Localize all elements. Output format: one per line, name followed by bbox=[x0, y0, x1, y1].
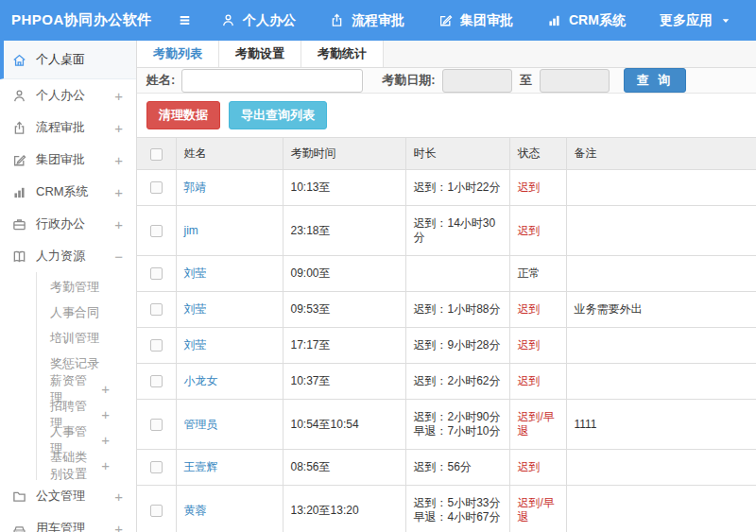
employee-name-link[interactable]: 郭靖 bbox=[184, 180, 207, 194]
sidebar-subitem-label: 奖惩记录 bbox=[50, 355, 99, 372]
status-text: 正常 bbox=[518, 266, 541, 280]
sidebar-subitem-label: 培训管理 bbox=[50, 330, 99, 347]
cell-name: 刘莹 bbox=[176, 292, 283, 328]
sidebar-item-label: 个人桌面 bbox=[36, 51, 85, 68]
cell-note bbox=[566, 486, 756, 532]
row-checkbox[interactable] bbox=[150, 505, 163, 517]
sidebar-item-crm-system[interactable]: CRM系统+ bbox=[0, 176, 136, 208]
sidebar-item-personal-office[interactable]: 个人办公+ bbox=[0, 79, 136, 112]
row-checkbox[interactable] bbox=[150, 181, 163, 194]
cell-name: 黄蓉 bbox=[176, 486, 283, 532]
cell-note bbox=[566, 256, 756, 292]
expand-icon[interactable]: + bbox=[114, 120, 123, 136]
sidebar-subitem-attendance-management[interactable]: 考勤管理 bbox=[37, 274, 136, 300]
cell-attendance-time: 09:53至 bbox=[283, 292, 405, 328]
expand-icon[interactable]: + bbox=[114, 216, 123, 232]
row-checkbox[interactable] bbox=[150, 461, 163, 473]
cell-note bbox=[566, 170, 756, 206]
select-all-checkbox[interactable] bbox=[150, 148, 163, 161]
sidebar-item-label: 用车管理 bbox=[36, 520, 85, 532]
expand-icon[interactable]: + bbox=[114, 489, 123, 505]
cell-checkbox bbox=[137, 364, 176, 400]
chart-icon bbox=[12, 185, 26, 199]
sidebar-item-label: 集团审批 bbox=[36, 151, 85, 168]
sidebar-item-workflow-approval[interactable]: 流程审批+ bbox=[0, 112, 136, 144]
cell-name: 王壹辉 bbox=[176, 450, 283, 486]
app-title: PHPOA协同办公软件 bbox=[0, 11, 163, 29]
employee-name-link[interactable]: 管理员 bbox=[184, 418, 218, 431]
row-checkbox[interactable] bbox=[150, 339, 163, 352]
expand-icon[interactable]: + bbox=[114, 152, 123, 168]
status-text: 迟到 bbox=[518, 374, 541, 387]
employee-name-link[interactable]: 小龙女 bbox=[184, 374, 218, 387]
cell-checkbox bbox=[137, 292, 176, 328]
expand-icon[interactable]: + bbox=[101, 406, 110, 422]
expand-icon[interactable]: − bbox=[114, 249, 123, 265]
sidebar-item-admin-office[interactable]: 行政办公+ bbox=[0, 208, 136, 240]
row-checkbox[interactable] bbox=[150, 267, 163, 280]
expand-icon[interactable]: + bbox=[101, 432, 110, 448]
employee-name-link[interactable]: jim bbox=[184, 224, 198, 237]
cell-duration: 迟到：2小时90分 早退：7小时10分 bbox=[405, 400, 509, 450]
expand-icon[interactable]: + bbox=[114, 521, 123, 532]
cell-attendance-time: 10:37至 bbox=[283, 364, 405, 400]
row-checkbox[interactable] bbox=[150, 225, 163, 237]
sidebar-toggle-button[interactable] bbox=[163, 12, 206, 28]
date-from-input[interactable] bbox=[442, 69, 512, 93]
employee-name-link[interactable]: 刘莹 bbox=[184, 302, 207, 316]
sidebar-subitem-training-management[interactable]: 培训管理 bbox=[37, 325, 136, 351]
cell-note: 1111 bbox=[566, 400, 756, 450]
query-button[interactable]: 查 询 bbox=[624, 68, 687, 93]
tab-attendance-settings[interactable]: 考勤设置 bbox=[219, 41, 301, 67]
cell-status: 迟到/早退 bbox=[509, 486, 566, 532]
nav-item-crm-system[interactable]: CRM系统 bbox=[547, 12, 626, 29]
clean-data-button[interactable]: 清理数据 bbox=[146, 101, 220, 129]
tab-attendance-list[interactable]: 考勤列表 bbox=[137, 41, 219, 67]
export-list-button[interactable]: 导出查询列表 bbox=[229, 101, 327, 129]
employee-name-link[interactable]: 黄蓉 bbox=[184, 504, 207, 517]
cell-name: 管理员 bbox=[176, 400, 283, 450]
expand-icon[interactable]: + bbox=[101, 381, 110, 397]
nav-item-label: 个人办公 bbox=[243, 12, 296, 29]
to-label: 至 bbox=[520, 72, 532, 89]
status-text: 迟到 bbox=[518, 180, 541, 194]
sidebar-item-vehicle-management[interactable]: 用车管理+ bbox=[0, 512, 136, 532]
sidebar-item-label: 流程审批 bbox=[36, 119, 85, 136]
status-text: 迟到/早退 bbox=[518, 496, 555, 523]
expand-icon[interactable]: + bbox=[114, 184, 123, 200]
nav-item-workflow-approval[interactable]: 流程审批 bbox=[330, 12, 404, 29]
cell-duration: 迟到：1小时88分 bbox=[405, 292, 509, 328]
sidebar-subitem-personnel-contract[interactable]: 人事合同 bbox=[37, 300, 136, 325]
expand-icon[interactable]: + bbox=[114, 88, 123, 104]
row-checkbox[interactable] bbox=[150, 419, 163, 431]
sidebar-subitem-basic-category-settings[interactable]: 基础类别设置+ bbox=[37, 453, 136, 478]
nav-item-more-apps[interactable]: 更多应用 bbox=[660, 12, 731, 29]
cell-status: 迟到 bbox=[509, 206, 566, 256]
employee-name-link[interactable]: 刘莹 bbox=[184, 338, 207, 352]
employee-name-link[interactable]: 刘莹 bbox=[184, 266, 207, 280]
expand-icon[interactable]: + bbox=[101, 457, 110, 473]
nav-item-personal-office[interactable]: 个人办公 bbox=[221, 12, 296, 29]
nav-item-group-approval[interactable]: 集团审批 bbox=[438, 12, 513, 29]
column-header: 考勤时间 bbox=[283, 138, 405, 170]
cell-note bbox=[566, 364, 756, 400]
attendance-table: 姓名考勤时间时长状态备注 郭靖10:13至迟到：1小时22分迟到jim23:18… bbox=[137, 137, 756, 532]
top-nav: 个人办公流程审批集团审批CRM系统更多应用 bbox=[221, 12, 731, 29]
sidebar-item-document-management[interactable]: 公文管理+ bbox=[0, 480, 136, 512]
cell-note: 业务需要外出 bbox=[566, 292, 756, 328]
search-bar: 姓名: 考勤日期: 至 查 询 bbox=[137, 68, 756, 94]
approval-icon bbox=[12, 153, 26, 167]
date-to-input[interactable] bbox=[540, 69, 610, 93]
briefcase-icon bbox=[12, 217, 26, 232]
table-row: 黄蓉13:20至13:20迟到：5小时33分 早退：4小时67分迟到/早退 bbox=[137, 486, 756, 532]
cell-checkbox bbox=[137, 206, 176, 256]
sidebar-item-group-approval[interactable]: 集团审批+ bbox=[0, 144, 136, 176]
tab-attendance-stats[interactable]: 考勤统计 bbox=[301, 41, 384, 67]
row-checkbox[interactable] bbox=[150, 303, 163, 316]
sidebar-item-human-resources[interactable]: 人力资源− bbox=[0, 240, 136, 272]
name-input[interactable] bbox=[181, 69, 363, 93]
doc-icon bbox=[12, 489, 26, 504]
row-checkbox[interactable] bbox=[150, 375, 163, 387]
employee-name-link[interactable]: 王壹辉 bbox=[184, 460, 218, 473]
sidebar-item-personal-desktop[interactable]: 个人桌面 bbox=[0, 41, 136, 79]
